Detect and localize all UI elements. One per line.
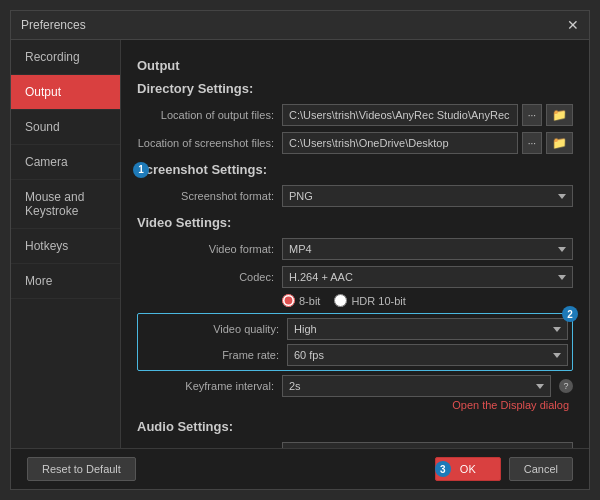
keyframe-label: Keyframe interval: bbox=[137, 380, 282, 392]
video-format-control: MP4 bbox=[282, 238, 573, 260]
frame-rate-label: Frame rate: bbox=[142, 349, 287, 361]
screenshot-files-label: Location of screenshot files: bbox=[137, 137, 282, 149]
page-title: Output bbox=[137, 58, 573, 73]
close-button[interactable]: ✕ bbox=[567, 17, 579, 33]
footer-right: 3 OK Cancel bbox=[435, 457, 573, 481]
badge-2: 2 bbox=[562, 306, 578, 322]
main-content: Output Directory Settings: Location of o… bbox=[121, 40, 589, 448]
bit-8-option[interactable]: 8-bit bbox=[282, 294, 320, 307]
reset-default-button[interactable]: Reset to Default bbox=[27, 457, 136, 481]
codec-label: Codec: bbox=[137, 271, 282, 283]
titlebar: Preferences ✕ bbox=[11, 11, 589, 40]
screenshot-files-folder-button[interactable]: 📁 bbox=[546, 132, 573, 154]
video-quality-select[interactable]: High bbox=[287, 318, 568, 340]
video-quality-control: High bbox=[287, 318, 568, 340]
video-format-select[interactable]: MP4 bbox=[282, 238, 573, 260]
frame-rate-row: Frame rate: 60 fps bbox=[138, 344, 572, 366]
screenshot-format-row: Screenshot format: PNG bbox=[137, 185, 573, 207]
keyframe-control: 2s ? bbox=[282, 375, 573, 397]
sidebar-item-output[interactable]: Output bbox=[11, 75, 120, 110]
quality-framerate-box: 2 Video quality: High Frame rate: 60 fps bbox=[137, 313, 573, 371]
cancel-button[interactable]: Cancel bbox=[509, 457, 573, 481]
sidebar-item-more[interactable]: More bbox=[11, 264, 120, 299]
video-format-label: Video format: bbox=[137, 243, 282, 255]
audio-settings-title: Audio Settings: bbox=[137, 419, 573, 434]
video-settings-title: Video Settings: bbox=[137, 215, 573, 230]
frame-rate-select[interactable]: 60 fps bbox=[287, 344, 568, 366]
screenshot-files-dots-button[interactable]: ··· bbox=[522, 132, 542, 154]
sidebar-item-sound[interactable]: Sound bbox=[11, 110, 120, 145]
sidebar-item-mouse-keystroke[interactable]: Mouse and Keystroke bbox=[11, 180, 120, 229]
screenshot-format-control: PNG bbox=[282, 185, 573, 207]
video-quality-row: Video quality: High bbox=[138, 318, 572, 340]
screenshot-settings-title: Screenshot Settings: bbox=[137, 162, 267, 177]
keyframe-row: Keyframe interval: 2s ? bbox=[137, 375, 573, 397]
output-files-control: ··· 📁 bbox=[282, 104, 573, 126]
codec-control: H.264 + AAC bbox=[282, 266, 573, 288]
preferences-dialog: Preferences ✕ Recording Output Sound Cam… bbox=[10, 10, 590, 490]
sidebar-item-hotkeys[interactable]: Hotkeys bbox=[11, 229, 120, 264]
badge-1: 1 bbox=[133, 162, 149, 178]
output-files-label: Location of output files: bbox=[137, 109, 282, 121]
open-display-link[interactable]: Open the Display dialog bbox=[137, 399, 573, 411]
screenshot-files-control: ··· 📁 bbox=[282, 132, 573, 154]
output-files-folder-button[interactable]: 📁 bbox=[546, 104, 573, 126]
sidebar-item-camera[interactable]: Camera bbox=[11, 145, 120, 180]
hdr-radio[interactable] bbox=[334, 294, 347, 307]
codec-select[interactable]: H.264 + AAC bbox=[282, 266, 573, 288]
help-icon[interactable]: ? bbox=[559, 379, 573, 393]
video-format-row: Video format: MP4 bbox=[137, 238, 573, 260]
screenshot-files-input[interactable] bbox=[282, 132, 518, 154]
output-files-row: Location of output files: ··· 📁 bbox=[137, 104, 573, 126]
badge-3: 3 bbox=[435, 461, 451, 477]
keyframe-select[interactable]: 2s bbox=[282, 375, 551, 397]
screenshot-settings-section: Screenshot Settings: 1 bbox=[137, 162, 573, 177]
directory-settings-title: Directory Settings: bbox=[137, 81, 573, 96]
hdr-option[interactable]: HDR 10-bit bbox=[334, 294, 405, 307]
screenshot-format-label: Screenshot format: bbox=[137, 190, 282, 202]
output-files-dots-button[interactable]: ··· bbox=[522, 104, 542, 126]
screenshot-format-select[interactable]: PNG bbox=[282, 185, 573, 207]
content-area: Recording Output Sound Camera Mouse and … bbox=[11, 40, 589, 448]
screenshot-files-row: Location of screenshot files: ··· 📁 bbox=[137, 132, 573, 154]
bit-8-radio[interactable] bbox=[282, 294, 295, 307]
bit-depth-group: 8-bit HDR 10-bit bbox=[282, 294, 573, 307]
codec-row: Codec: H.264 + AAC bbox=[137, 266, 573, 288]
frame-rate-control: 60 fps bbox=[287, 344, 568, 366]
sidebar: Recording Output Sound Camera Mouse and … bbox=[11, 40, 121, 448]
video-quality-label: Video quality: bbox=[142, 323, 287, 335]
dialog-title: Preferences bbox=[21, 18, 86, 32]
sidebar-item-recording[interactable]: Recording bbox=[11, 40, 120, 75]
dialog-footer: Reset to Default 3 OK Cancel bbox=[11, 448, 589, 489]
output-files-input[interactable] bbox=[282, 104, 518, 126]
